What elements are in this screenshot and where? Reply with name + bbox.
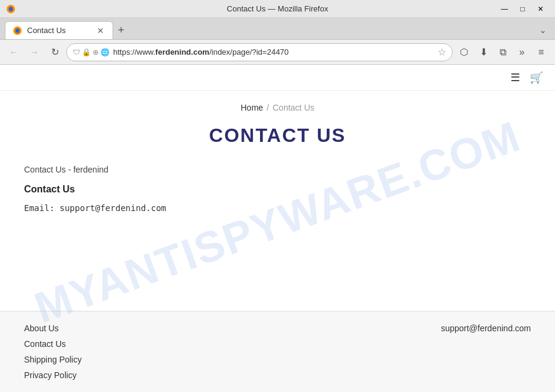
back-button[interactable]: ←	[5, 43, 23, 61]
more-tools-button[interactable]: »	[513, 43, 531, 61]
maximize-button[interactable]: □	[514, 2, 531, 16]
pocket-button[interactable]: ⬡	[455, 43, 473, 61]
address-text[interactable]: https://www.ferdenind.com/index/page/?id…	[113, 47, 434, 57]
content-body: Contact Us - ferdenind Contact Us Email:…	[0, 165, 555, 311]
forward-icon: →	[29, 47, 39, 58]
tabbar: Contact Us ✕ + ⌄	[0, 18, 555, 40]
new-tab-button[interactable]: +	[113, 21, 129, 39]
tab-favicon-icon	[13, 26, 22, 35]
tab-list-button[interactable]: ⌄	[536, 21, 550, 39]
titlebar-title: Contact Us — Mozilla Firefox	[0, 4, 555, 13]
forward-button[interactable]: →	[25, 43, 43, 61]
menu-button[interactable]: ≡	[532, 43, 550, 61]
address-security-icons: 🛡 🔒 ⊕ 🌐	[73, 48, 110, 57]
extra-icon: ⊕	[93, 48, 99, 57]
email-label: Email:	[24, 203, 55, 213]
site-menu-button[interactable]: ☰	[510, 71, 520, 84]
footer-links: About Us Contact Us Shipping Policy Priv…	[24, 323, 82, 380]
footer-link-contact[interactable]: Contact Us	[24, 339, 82, 349]
footer-link-privacy[interactable]: Privacy Policy	[24, 370, 82, 380]
cart-button[interactable]: 🛒	[530, 71, 543, 84]
minimize-button[interactable]: —	[496, 2, 513, 16]
contact-email-line: Email: support@ferdenind.com	[24, 203, 531, 213]
site-footer: About Us Contact Us Shipping Policy Priv…	[0, 311, 555, 392]
navbar: ← → ↻ 🛡 🔒 ⊕ 🌐 https://www.ferdenind.com/…	[0, 40, 555, 65]
email-value: support@ferdenind.com	[60, 203, 166, 213]
svg-point-1	[9, 7, 13, 11]
breadcrumb: Home / Contact Us	[0, 91, 555, 118]
content-meta: Contact Us - ferdenind	[24, 165, 531, 174]
more-tools-icon: »	[519, 47, 525, 58]
page-heading: CONTACT US	[0, 118, 555, 165]
download-icon: ⬇	[480, 46, 488, 58]
extensions-icon: ⧉	[500, 47, 506, 58]
pocket-icon: ⬡	[460, 46, 468, 58]
close-button[interactable]: ✕	[532, 2, 549, 16]
footer-link-shipping[interactable]: Shipping Policy	[24, 355, 82, 364]
tab-label: Contact Us	[27, 26, 91, 35]
lock-icon: 🔒	[82, 48, 91, 57]
breadcrumb-current: Contact Us	[273, 103, 314, 112]
hamburger-icon: ≡	[538, 47, 544, 58]
site-header: ☰ 🛒	[0, 65, 555, 91]
breadcrumb-separator: /	[267, 103, 269, 112]
globe-icon: 🌐	[101, 48, 110, 57]
footer-link-about[interactable]: About Us	[24, 323, 82, 333]
hamburger-menu-icon: ☰	[510, 72, 520, 84]
active-tab[interactable]: Contact Us ✕	[5, 21, 113, 39]
footer-email: support@ferdenind.com	[441, 323, 531, 333]
cart-icon: 🛒	[530, 72, 543, 84]
titlebar-left	[6, 4, 16, 14]
nav-right-icons: ⬡ ⬇ ⧉ » ≡	[455, 43, 550, 61]
back-icon: ←	[9, 47, 19, 58]
content-subtitle: Contact Us	[24, 184, 531, 195]
download-button[interactable]: ⬇	[474, 43, 492, 61]
breadcrumb-home-link[interactable]: Home	[241, 103, 263, 112]
titlebar-controls[interactable]: — □ ✕	[496, 2, 549, 16]
reload-icon: ↻	[51, 46, 59, 58]
address-bar[interactable]: 🛡 🔒 ⊕ 🌐 https://www.ferdenind.com/index/…	[66, 43, 453, 61]
svg-point-3	[16, 28, 20, 32]
page-content: ☰ 🛒 Home / Contact Us CONTACT US Contact…	[0, 65, 555, 392]
titlebar: Contact Us — Mozilla Firefox — □ ✕	[0, 0, 555, 18]
extensions-button[interactable]: ⧉	[494, 43, 512, 61]
shield-icon: 🛡	[73, 48, 80, 57]
reload-button[interactable]: ↻	[46, 43, 64, 61]
tab-close-button[interactable]: ✕	[96, 26, 105, 35]
bookmark-icon[interactable]: ☆	[438, 46, 446, 58]
firefox-icon	[6, 4, 16, 14]
